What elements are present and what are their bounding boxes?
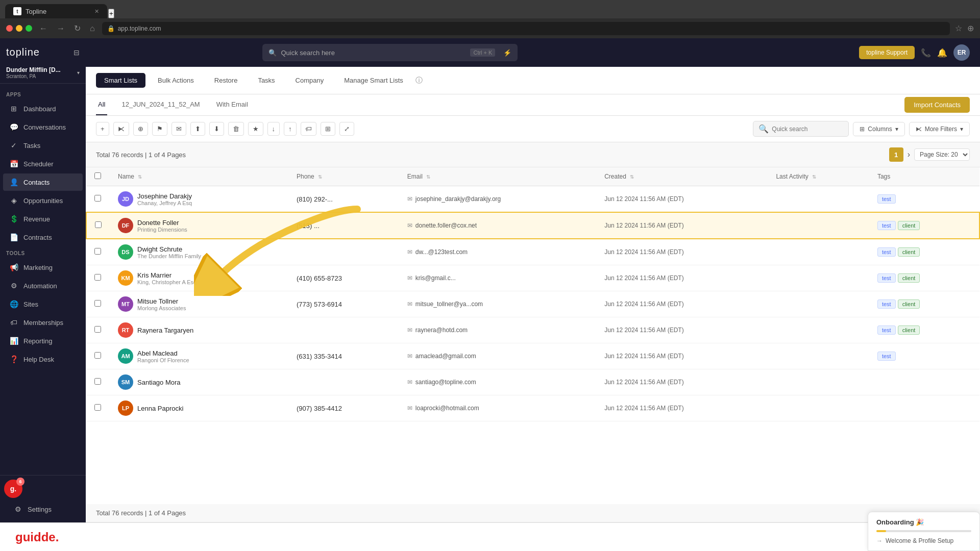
row-checkbox-2[interactable] xyxy=(86,239,110,265)
user-avatar[interactable]: ER xyxy=(953,44,970,61)
sidebar-item-help-desk[interactable]: ❓ Help Desk xyxy=(3,350,83,368)
share-button[interactable]: ↑ xyxy=(284,122,297,136)
import-contacts-button[interactable]: Import Contacts xyxy=(904,97,970,113)
sidebar-item-reporting[interactable]: 📊 Reporting xyxy=(3,332,83,349)
columns-button[interactable]: ⊞ Columns ▾ xyxy=(853,122,904,136)
sidebar-workspace[interactable]: Dunder Mifflin [D... Scranton, PA ▾ xyxy=(0,62,86,84)
sidebar-item-contacts[interactable]: 👤 Contacts xyxy=(3,173,83,191)
sidebar-item-contracts[interactable]: 📄 Contracts xyxy=(3,229,83,246)
next-page-button[interactable]: › xyxy=(908,150,910,159)
sidebar-item-automation[interactable]: ⚙ Automation xyxy=(3,277,83,294)
filter-tab-with-email[interactable]: With Email xyxy=(214,94,250,115)
filter-button[interactable]: ⧔ xyxy=(113,122,129,136)
page-size-select[interactable]: Page Size: 20 xyxy=(914,148,970,161)
star-button[interactable]: ★ xyxy=(248,122,263,136)
col-last-activity[interactable]: Last Activity ⇅ xyxy=(768,167,869,186)
export-button[interactable]: ↓ xyxy=(267,122,280,136)
back-button[interactable]: ← xyxy=(37,22,50,35)
col-created[interactable]: Created ⇅ xyxy=(596,167,768,186)
col-email[interactable]: Email ⇅ xyxy=(399,167,596,186)
table-row[interactable]: JD Josephine Darakjy Chanay, Jeffrey A E… xyxy=(86,186,979,213)
sidebar-item-revenue[interactable]: 💲 Revenue xyxy=(3,210,83,228)
row-checkbox-4[interactable] xyxy=(86,291,110,317)
tab-smart-lists[interactable]: Smart Lists xyxy=(96,73,145,88)
select-all-checkbox[interactable] xyxy=(86,167,110,186)
sidebar-item-scheduler[interactable]: 📅 Scheduler xyxy=(3,155,83,172)
forward-button[interactable]: → xyxy=(55,22,67,35)
delete-button[interactable]: 🗑 xyxy=(228,122,244,136)
close-window-btn[interactable] xyxy=(6,25,13,32)
sidebar-item-tasks[interactable]: ✓ Tasks xyxy=(3,137,83,154)
global-search-bar[interactable]: 🔍 Quick search here Ctrl + K ⚡ xyxy=(262,44,518,61)
guidde-widget[interactable]: g. 6 xyxy=(4,480,22,498)
row-name-1[interactable]: DF Donette Foller Printing Dimensions xyxy=(110,212,288,239)
sidebar-item-marketing[interactable]: 📢 Marketing xyxy=(3,259,83,276)
upload-button[interactable]: ⬆ xyxy=(190,122,205,136)
row-checkbox-3[interactable] xyxy=(86,265,110,291)
browser-tab-topline[interactable]: t Topline ✕ xyxy=(5,4,107,18)
table-row[interactable]: KM Kris Marrier King, Christopher A Esq … xyxy=(86,265,979,291)
filter-tab-all[interactable]: All xyxy=(96,94,107,115)
quick-search-input[interactable] xyxy=(772,126,843,133)
row-checkbox-8[interactable] xyxy=(86,395,110,421)
copy-button[interactable]: ⊞ xyxy=(321,122,335,136)
flag-button[interactable]: ⚑ xyxy=(152,122,167,136)
row-name-3[interactable]: KM Kris Marrier King, Christopher A Esq xyxy=(110,265,288,291)
table-row[interactable]: AM Abel Maclead Rangoni Of Florence (631… xyxy=(86,343,979,369)
maximize-window-btn[interactable] xyxy=(26,25,32,32)
row-checkbox-0[interactable] xyxy=(86,186,110,213)
minimize-window-btn[interactable] xyxy=(16,25,22,32)
sidebar-item-conversations[interactable]: 💬 Conversations xyxy=(3,118,83,136)
row-name-8[interactable]: LP Lenna Paprocki xyxy=(110,395,288,421)
col-phone[interactable]: Phone ⇅ xyxy=(288,167,399,186)
sidebar-item-opportunities[interactable]: ◈ Opportunities xyxy=(3,192,83,209)
merge-button[interactable]: ⊕ xyxy=(133,122,148,136)
email-button[interactable]: ✉ xyxy=(172,122,186,136)
table-row[interactable]: RT Raynera Targaryen ✉ raynera@hotd.com … xyxy=(86,317,979,343)
new-tab-button[interactable]: + xyxy=(108,9,114,18)
row-checkbox-1[interactable] xyxy=(86,212,110,239)
add-contact-button[interactable]: + xyxy=(96,122,109,136)
tab-bulk-actions[interactable]: Bulk Actions xyxy=(150,73,202,88)
row-name-6[interactable]: AM Abel Maclead Rangoni Of Florence xyxy=(110,343,288,369)
settings-help-icon[interactable]: ⓘ xyxy=(415,76,423,85)
row-checkbox-6[interactable] xyxy=(86,343,110,369)
tab-restore[interactable]: Restore xyxy=(206,73,246,88)
tab-manage-smart-lists[interactable]: Manage Smart Lists xyxy=(336,73,411,88)
table-row[interactable]: SM Santiago Mora ✉ santiago@topline.com … xyxy=(86,369,979,395)
row-name-2[interactable]: DS Dwight Schrute The Dunder Mifflin Fam… xyxy=(110,239,288,265)
table-row[interactable]: MT Mitsue Tollner Morlong Associates (77… xyxy=(86,291,979,317)
sidebar-item-dashboard[interactable]: ⊞ Dashboard xyxy=(3,100,83,117)
extensions-icon[interactable]: ⊕ xyxy=(967,23,974,33)
page-1-button[interactable]: 1 xyxy=(889,147,903,162)
row-name-5[interactable]: RT Raynera Targaryen xyxy=(110,317,288,343)
tab-tasks[interactable]: Tasks xyxy=(250,73,283,88)
tab-close-btn[interactable]: ✕ xyxy=(94,8,99,15)
sidebar-item-memberships[interactable]: 🏷 Memberships xyxy=(3,314,83,331)
row-name-0[interactable]: JD Josephine Darakjy Chanay, Jeffrey A E… xyxy=(110,186,288,213)
sidebar-item-settings[interactable]: ⚙ Settings xyxy=(7,500,79,518)
filter-tab-jun2024[interactable]: 12_JUN_2024_11_52_AM xyxy=(119,94,202,115)
row-name-4[interactable]: MT Mitsue Tollner Morlong Associates xyxy=(110,291,288,317)
sidebar-toggle-icon[interactable]: ⊟ xyxy=(74,48,80,57)
tab-company[interactable]: Company xyxy=(287,73,332,88)
row-name-7[interactable]: SM Santiago Mora xyxy=(110,369,288,395)
home-button[interactable]: ⌂ xyxy=(88,22,97,35)
tag-button[interactable]: 🏷 xyxy=(301,122,316,136)
expand-button[interactable]: ⤢ xyxy=(339,122,354,136)
notification-icon[interactable]: 🔔 xyxy=(937,48,947,58)
row-checkbox-7[interactable] xyxy=(86,369,110,395)
table-row[interactable]: DF Donette Foller Printing Dimensions (5… xyxy=(86,212,979,239)
quick-search-container[interactable]: 🔍 xyxy=(753,121,849,137)
onboarding-link[interactable]: Welcome & Profile Setup xyxy=(876,537,971,544)
sidebar-item-sites[interactable]: 🌐 Sites xyxy=(3,295,83,313)
reload-button[interactable]: ↻ xyxy=(72,21,83,35)
more-filters-button[interactable]: ⧔ More Filters ▾ xyxy=(909,122,970,136)
table-row[interactable]: DS Dwight Schrute The Dunder Mifflin Fam… xyxy=(86,239,979,265)
table-row[interactable]: LP Lenna Paprocki (907) 385-4412 ✉ loapr… xyxy=(86,395,979,421)
address-bar[interactable]: 🔒 app.topline.com xyxy=(102,22,950,35)
bookmark-icon[interactable]: ☆ xyxy=(955,23,962,33)
col-name[interactable]: Name ⇅ xyxy=(110,167,288,186)
phone-icon[interactable]: 📞 xyxy=(921,48,931,58)
support-button[interactable]: topline Support xyxy=(859,46,915,59)
